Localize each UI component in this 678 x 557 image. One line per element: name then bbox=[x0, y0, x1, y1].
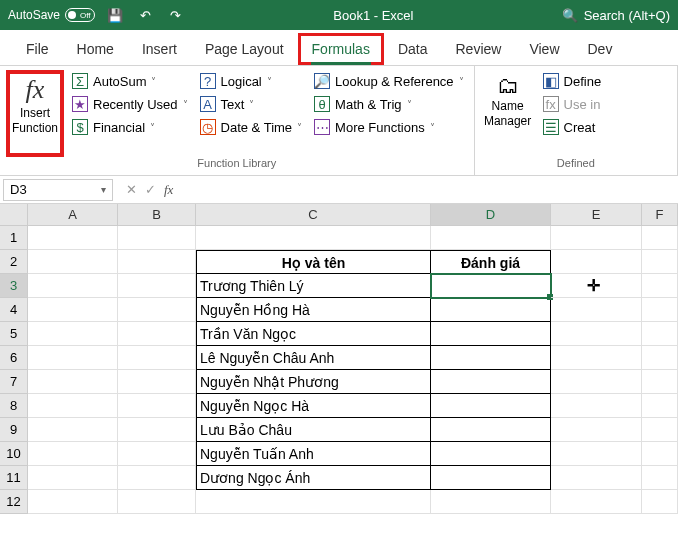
cell[interactable] bbox=[551, 442, 642, 466]
cell[interactable] bbox=[431, 226, 551, 250]
row-header[interactable]: 8 bbox=[0, 394, 28, 418]
cell[interactable] bbox=[28, 250, 118, 274]
cell[interactable] bbox=[551, 250, 642, 274]
text-button[interactable]: AText bbox=[196, 93, 307, 115]
tab-page-layout[interactable]: Page Layout bbox=[191, 33, 298, 65]
cell[interactable] bbox=[28, 370, 118, 394]
tab-view[interactable]: View bbox=[515, 33, 573, 65]
cell[interactable]: Nguyễn Hồng Hà bbox=[196, 298, 431, 322]
cell[interactable] bbox=[28, 394, 118, 418]
row-header[interactable]: 1 bbox=[0, 226, 28, 250]
redo-icon[interactable]: ↷ bbox=[165, 5, 185, 25]
cell[interactable] bbox=[28, 346, 118, 370]
cell[interactable] bbox=[431, 346, 551, 370]
col-header-D[interactable]: D bbox=[431, 204, 551, 226]
define-name-button[interactable]: ◧Define bbox=[539, 70, 606, 92]
date-time-button[interactable]: ◷Date & Time bbox=[196, 116, 307, 138]
row-header[interactable]: 2 bbox=[0, 250, 28, 274]
row-header[interactable]: 5 bbox=[0, 322, 28, 346]
cell[interactable] bbox=[642, 370, 678, 394]
cell[interactable] bbox=[551, 298, 642, 322]
autosave-toggle[interactable]: AutoSave Off bbox=[8, 8, 95, 22]
save-icon[interactable]: 💾 bbox=[105, 5, 125, 25]
cell-header-name[interactable]: Họ và tên bbox=[196, 250, 431, 274]
cell[interactable] bbox=[551, 490, 642, 514]
tab-review[interactable]: Review bbox=[442, 33, 516, 65]
cell[interactable] bbox=[431, 394, 551, 418]
autosum-button[interactable]: ΣAutoSum bbox=[68, 70, 192, 92]
cell[interactable] bbox=[642, 442, 678, 466]
cell[interactable]: Nguyễn Ngọc Hà bbox=[196, 394, 431, 418]
cell[interactable] bbox=[642, 322, 678, 346]
lookup-reference-button[interactable]: 🔎Lookup & Reference bbox=[310, 70, 468, 92]
cell[interactable] bbox=[642, 226, 678, 250]
row-header[interactable]: 6 bbox=[0, 346, 28, 370]
cell[interactable] bbox=[642, 346, 678, 370]
cell[interactable] bbox=[642, 298, 678, 322]
cell[interactable] bbox=[118, 418, 196, 442]
col-header-B[interactable]: B bbox=[118, 204, 196, 226]
cell[interactable] bbox=[642, 490, 678, 514]
row-header[interactable]: 7 bbox=[0, 370, 28, 394]
tab-file[interactable]: File bbox=[12, 33, 63, 65]
cell[interactable] bbox=[431, 298, 551, 322]
cell[interactable] bbox=[642, 418, 678, 442]
row-header[interactable]: 9 bbox=[0, 418, 28, 442]
cell[interactable] bbox=[118, 250, 196, 274]
cell[interactable] bbox=[551, 466, 642, 490]
cell[interactable] bbox=[28, 274, 118, 298]
cell-header-rating[interactable]: Đánh giá bbox=[431, 250, 551, 274]
tab-home[interactable]: Home bbox=[63, 33, 128, 65]
cell[interactable] bbox=[431, 418, 551, 442]
cell[interactable] bbox=[551, 322, 642, 346]
logical-button[interactable]: ?Logical bbox=[196, 70, 307, 92]
cell[interactable] bbox=[196, 490, 431, 514]
cell[interactable] bbox=[551, 274, 642, 298]
name-box[interactable]: D3▾ bbox=[3, 179, 113, 201]
cell[interactable]: Lưu Bảo Châu bbox=[196, 418, 431, 442]
cell[interactable] bbox=[642, 466, 678, 490]
cell[interactable] bbox=[28, 442, 118, 466]
cell[interactable] bbox=[431, 490, 551, 514]
tab-developer[interactable]: Dev bbox=[574, 33, 627, 65]
cell[interactable] bbox=[642, 394, 678, 418]
cell[interactable] bbox=[551, 370, 642, 394]
cell[interactable] bbox=[551, 418, 642, 442]
cell[interactable] bbox=[118, 370, 196, 394]
cell[interactable] bbox=[118, 322, 196, 346]
recently-used-button[interactable]: ★Recently Used bbox=[68, 93, 192, 115]
cell[interactable] bbox=[118, 442, 196, 466]
cell[interactable] bbox=[28, 466, 118, 490]
cell[interactable] bbox=[118, 298, 196, 322]
cell[interactable]: Nguyễn Tuấn Anh bbox=[196, 442, 431, 466]
cell[interactable] bbox=[642, 274, 678, 298]
cell[interactable] bbox=[551, 394, 642, 418]
cell[interactable] bbox=[118, 466, 196, 490]
row-header[interactable]: 10 bbox=[0, 442, 28, 466]
row-header[interactable]: 4 bbox=[0, 298, 28, 322]
cell[interactable] bbox=[28, 490, 118, 514]
row-header[interactable]: 12 bbox=[0, 490, 28, 514]
cell-selected[interactable] bbox=[431, 274, 551, 298]
cell[interactable]: Trần Văn Ngọc bbox=[196, 322, 431, 346]
cell[interactable] bbox=[196, 226, 431, 250]
cell[interactable] bbox=[28, 226, 118, 250]
select-all-corner[interactable] bbox=[0, 204, 28, 226]
insert-function-button[interactable]: fx Insert Function bbox=[6, 70, 64, 157]
row-header[interactable]: 11 bbox=[0, 466, 28, 490]
cell[interactable] bbox=[431, 466, 551, 490]
tab-insert[interactable]: Insert bbox=[128, 33, 191, 65]
cell[interactable]: Dương Ngọc Ánh bbox=[196, 466, 431, 490]
cell[interactable]: Trương Thiên Lý bbox=[196, 274, 431, 298]
create-from-selection-button[interactable]: ☰Creat bbox=[539, 116, 606, 138]
financial-button[interactable]: $Financial bbox=[68, 116, 192, 138]
undo-icon[interactable]: ↶ bbox=[135, 5, 155, 25]
cell[interactable] bbox=[28, 322, 118, 346]
cell[interactable] bbox=[551, 226, 642, 250]
cell[interactable] bbox=[118, 274, 196, 298]
spreadsheet-grid[interactable]: A B C D E F 1 2 Họ và tên Đánh giá 3 Trư… bbox=[0, 204, 678, 514]
cell[interactable]: Lê Nguyễn Châu Anh bbox=[196, 346, 431, 370]
more-functions-button[interactable]: ⋯More Functions bbox=[310, 116, 468, 138]
fx-icon-small[interactable]: fx bbox=[164, 182, 173, 198]
col-header-A[interactable]: A bbox=[28, 204, 118, 226]
